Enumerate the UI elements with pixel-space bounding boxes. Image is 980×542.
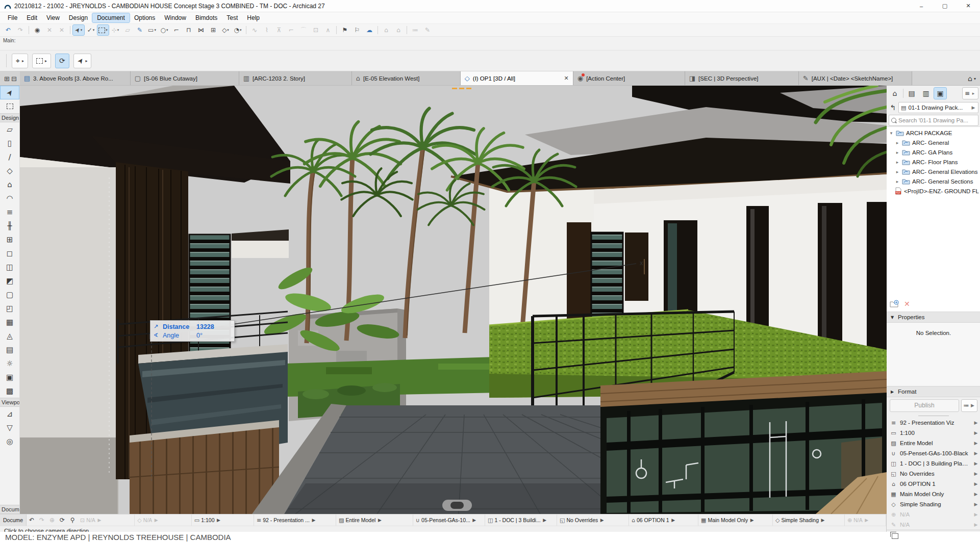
structure-display-setting[interactable]: ▨Entire Model▶ — [887, 438, 980, 448]
equipment-tool[interactable]: ▣ — [0, 370, 19, 384]
format-section-header[interactable]: ▶ Format — [887, 386, 980, 397]
arrow-tool-button[interactable]: ➤▾ — [73, 25, 84, 35]
3d-viewport[interactable]: x ↗ Distance 13228 ∢ Angle 0° — [20, 86, 887, 514]
box-up-button[interactable]: ⊡ — [310, 25, 321, 35]
publish-button[interactable]: Publish — [890, 399, 959, 412]
tab-action-center[interactable]: ◉[Action Center] — [573, 71, 685, 85]
zoom-in-button[interactable]: ⊕ — [47, 517, 57, 524]
sheets-button[interactable]: ≔ — [410, 25, 421, 35]
zoom-setting-setting[interactable]: ⊕N/A▶ — [887, 509, 980, 520]
beam-tool[interactable]: ∕ — [0, 150, 19, 164]
previous-view-button[interactable]: ↶ — [27, 517, 37, 524]
split-view-icon[interactable]: ⊟ — [11, 75, 17, 83]
structure-display-quick-option[interactable]: ▨Entire Model▶ — [336, 514, 413, 526]
flyout-arrow-icon[interactable]: ▶ — [973, 471, 978, 476]
orientation-quick-option[interactable]: ◇N/A▶ — [135, 514, 191, 526]
redo-button[interactable]: ↷ — [15, 25, 26, 35]
3d-viewport-scene[interactable]: x — [20, 86, 887, 514]
maximize-button[interactable]: ▢ — [933, 0, 957, 12]
flyout-arrow-icon[interactable]: ▶ — [311, 518, 316, 523]
orientation-setting-setting[interactable]: ✎N/A▶ — [887, 520, 980, 530]
flyout-arrow-icon[interactable]: ▶ — [671, 518, 676, 523]
flyout-arrow-icon[interactable]: ▶ — [377, 518, 382, 523]
renovation-filter-quick-option[interactable]: ◱No Overrides▶ — [557, 514, 629, 526]
menu-view[interactable]: View — [42, 13, 64, 22]
peak-button[interactable]: ∧ — [322, 25, 334, 35]
flyout-arrow-icon[interactable]: ▶ — [820, 518, 825, 523]
split-button[interactable]: ∿ — [249, 25, 260, 35]
door-tool[interactable]: ◻ — [0, 246, 19, 260]
zoom-na-quick-option[interactable]: ⊕N/A▶ — [845, 514, 886, 526]
layer-combination-quick-option[interactable]: ≡92 - Presentation ...▶ — [254, 514, 336, 526]
home-view-button[interactable]: ⌂ — [381, 25, 392, 35]
window-tool[interactable]: ◫ — [0, 260, 19, 274]
stair-tool[interactable]: ≡ — [0, 205, 19, 219]
flyout-arrow-icon[interactable]: ▶ — [973, 522, 978, 527]
skylight-tool[interactable]: ◩ — [0, 274, 19, 288]
chevron-down-icon[interactable]: ▾ — [227, 28, 229, 32]
flyout-arrow-icon[interactable]: ▶ — [973, 420, 978, 425]
marquee-select-button[interactable]: ▸ — [32, 54, 51, 68]
inject-parameters-button[interactable]: ✕ — [44, 25, 55, 35]
profile-box-button[interactable]: ▭▾ — [146, 25, 158, 35]
tab-floor-plan[interactable]: ▤3. Above Roofs [3. Above Ro... — [20, 71, 131, 85]
lamp-tool[interactable]: ☼ — [0, 356, 19, 370]
tree-item[interactable]: ▸ARC- General — [887, 138, 980, 147]
chevron-down-icon[interactable]: ▾ — [106, 28, 108, 32]
marquee-tool-button[interactable]: ▾ — [97, 25, 109, 35]
project-chooser-button[interactable]: ⌂ — [889, 88, 901, 99]
elevation-tool[interactable]: ▽ — [0, 421, 19, 434]
mesh-tool[interactable]: ▦ — [0, 315, 19, 329]
flyout-arrow-icon[interactable]: ▶ — [749, 518, 755, 523]
menu-design[interactable]: Design — [64, 13, 92, 22]
railing-tool[interactable]: ╫ — [0, 219, 19, 233]
flyout-arrow-icon[interactable]: ▶ — [973, 492, 978, 497]
3d-style-quick-option[interactable]: ◇Simple Shading▶ — [773, 514, 845, 526]
flyout-arrow-icon[interactable]: ▸ — [85, 59, 87, 63]
flyout-arrow-icon[interactable]: ▶ — [973, 451, 978, 456]
pen-button[interactable]: ✎ — [134, 25, 145, 35]
flyout-arrow-icon[interactable]: ▸ — [45, 59, 47, 63]
menu-bimdots[interactable]: Bimdots — [191, 13, 222, 22]
design-option-quick-option[interactable]: ⌂06 OPTION 1▶ — [629, 514, 698, 526]
chevron-down-icon[interactable]: ▾ — [166, 28, 168, 32]
fit-in-window-quick-option[interactable]: ⊡N/A▶ — [78, 514, 135, 526]
chevron-down-icon[interactable]: ▾ — [154, 28, 156, 32]
flyout-arrow-icon[interactable]: ▶ — [216, 518, 221, 523]
scale-setting[interactable]: ▭1:100▶ — [887, 428, 980, 438]
design-option-setting[interactable]: ⌂06 OPTION 1▶ — [887, 479, 980, 489]
roof-pitch-button[interactable]: ◇▾ — [220, 25, 231, 35]
model-compare-quick-option[interactable]: ▦Main Model Only▶ — [698, 514, 773, 526]
chevron-down-icon[interactable]: ▾ — [93, 28, 95, 32]
expander-icon[interactable]: ▸ — [895, 160, 900, 165]
fit-frame-button[interactable]: ⋈ — [195, 25, 207, 35]
opening-tool[interactable]: ▢ — [0, 288, 19, 301]
flyout-arrow-icon[interactable]: ▶ — [973, 441, 978, 446]
tab-3d-all[interactable]: ◇(I) OP1 [3D / All]✕ — [461, 71, 573, 85]
3d-style-setting[interactable]: ◇Simple Shading▶ — [887, 499, 980, 509]
menu-document[interactable]: Document — [92, 13, 130, 22]
expander-icon[interactable]: ▾ — [889, 131, 894, 136]
toolbar-drag-handle[interactable] — [6, 54, 7, 67]
properties-section-header[interactable]: ▼ Properties — [887, 312, 980, 323]
flyout-arrow-icon[interactable]: ▶ — [973, 461, 978, 466]
menu-test[interactable]: Test — [222, 13, 242, 22]
tab-sketch[interactable]: ✎[AUX | <Date> <SketchName>] — [799, 71, 912, 85]
tab-story[interactable]: ▥[ARC-1203 2. Story] — [239, 71, 352, 85]
tab-cutaway[interactable]: ▢[S-06 Blue Cutaway] — [131, 71, 239, 85]
model-compare-setting[interactable]: ▦Main Model Only▶ — [887, 489, 980, 499]
shell-tool[interactable]: ◠ — [0, 191, 19, 205]
search-input[interactable]: Search '01-1 Drawing Pa... — [889, 115, 978, 126]
zone-tool[interactable]: ◰ — [0, 301, 19, 315]
flyout-arrow-icon[interactable]: ▶ — [973, 481, 978, 486]
menu-options[interactable]: Options — [130, 13, 160, 22]
column-tool[interactable]: ▯ — [0, 136, 19, 150]
morph-tool[interactable]: ◬ — [0, 329, 19, 343]
flyout-arrow-icon[interactable]: ▶ — [542, 518, 547, 523]
grid-tool[interactable]: ▩ — [0, 384, 19, 398]
renovation-filter-setting[interactable]: ◱No Overrides▶ — [887, 469, 980, 479]
slab-tool[interactable]: ◇ — [0, 164, 19, 177]
flyout-arrow-icon[interactable]: ▶ — [864, 518, 869, 523]
guide-lines-button[interactable]: ⊹▾ — [110, 25, 121, 35]
menu-file[interactable]: File — [3, 13, 22, 22]
